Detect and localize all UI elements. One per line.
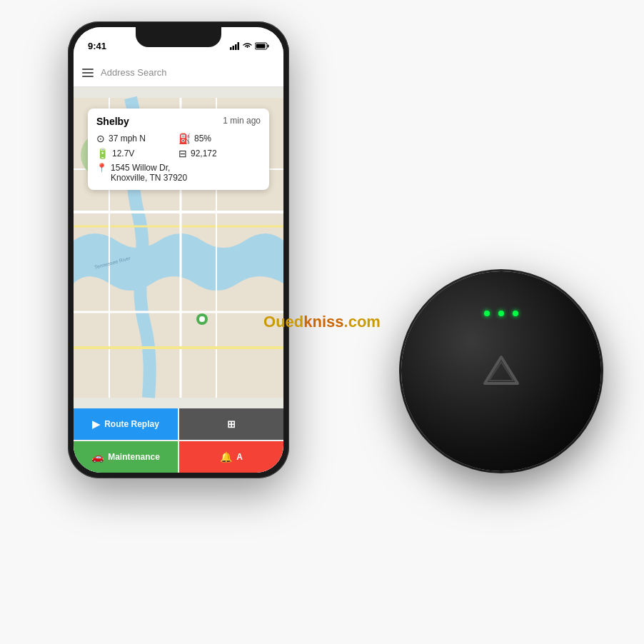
svg-rect-3 <box>238 42 240 50</box>
bottom-buttons: ▶ Route Replay ⊞ 🚗 Maintenance 🔔 A <box>74 408 283 473</box>
svg-rect-5 <box>268 44 269 47</box>
pin-icon: 📍 <box>96 163 107 173</box>
menu-icon[interactable] <box>82 69 94 77</box>
speed-item: ⊙ 37 mph N <box>96 133 178 144</box>
address-search-label[interactable]: Address Search <box>101 67 167 78</box>
tracker-logo <box>476 346 526 396</box>
speed-value: 37 mph N <box>109 134 146 144</box>
odometer-item: ⊟ 92,172 <box>178 148 261 159</box>
phone-screen: 9:41 <box>74 27 283 473</box>
phone: 9:41 <box>68 21 289 478</box>
scene: 9:41 <box>0 0 644 644</box>
tracker-lights <box>484 311 518 316</box>
tracker-light-3 <box>513 311 518 316</box>
status-time: 9:41 <box>88 41 106 51</box>
bell-icon: 🔔 <box>220 451 232 463</box>
tracker-light-1 <box>484 311 490 316</box>
fuel-item: ⛽ 85% <box>178 133 261 144</box>
play-icon: ▶ <box>92 418 100 430</box>
svg-point-28 <box>199 316 205 322</box>
svg-rect-0 <box>230 47 232 50</box>
notch <box>136 27 221 47</box>
last-seen: 1 min ago <box>223 116 261 127</box>
vehicle-name: Shelby <box>96 116 129 127</box>
fuel-value: 85% <box>194 134 211 144</box>
watermark-com: .com <box>344 313 381 331</box>
popup-row-1: ⊙ 37 mph N ⛽ 85% <box>96 133 261 144</box>
watermark-kniss: kniss <box>303 313 343 331</box>
popup-row-2: 🔋 12.7V ⊟ 92,172 <box>96 148 261 159</box>
battery-icon <box>255 42 269 50</box>
tracker-device <box>401 271 601 471</box>
address-value: 1545 Willow Dr, Knoxville, TN 37920 <box>111 163 187 183</box>
voltage-item: 🔋 12.7V <box>96 148 178 159</box>
voltage-value: 12.7V <box>112 149 134 159</box>
top-bar: Address Search <box>74 59 283 87</box>
svg-rect-2 <box>235 44 237 50</box>
popup-header: Shelby 1 min ago <box>96 116 261 127</box>
speedometer-icon: ⊙ <box>96 133 105 144</box>
odometer-icon: ⊟ <box>178 148 187 159</box>
odometer-value: 92,172 <box>191 149 217 159</box>
maintenance-label: Maintenance <box>108 452 160 462</box>
grid-icon: ⊞ <box>227 418 236 430</box>
route-replay-label: Route Replay <box>104 419 159 429</box>
fuel-icon: ⛽ <box>178 133 191 144</box>
car-icon: 🚗 <box>91 451 104 463</box>
address-row: 📍 1545 Willow Dr, Knoxville, TN 37920 <box>96 163 261 183</box>
maintenance-button[interactable]: 🚗 Maintenance <box>74 441 178 473</box>
grid-button[interactable]: ⊞ <box>179 408 283 440</box>
wifi-icon <box>243 42 252 49</box>
alert-button[interactable]: 🔔 A <box>179 441 283 473</box>
alert-label: A <box>236 452 243 462</box>
status-icons <box>230 42 269 50</box>
svg-rect-1 <box>233 46 235 50</box>
battery-small-icon: 🔋 <box>96 148 109 159</box>
tracker-light-2 <box>498 311 504 316</box>
vehicle-popup: Shelby 1 min ago ⊙ 37 mph N ⛽ 85% <box>88 109 269 190</box>
map-area[interactable]: Sports Complex University of Tennessee M… <box>74 87 283 408</box>
signal-icon <box>230 42 240 50</box>
svg-rect-6 <box>256 44 266 48</box>
route-replay-button[interactable]: ▶ Route Replay <box>74 408 178 440</box>
